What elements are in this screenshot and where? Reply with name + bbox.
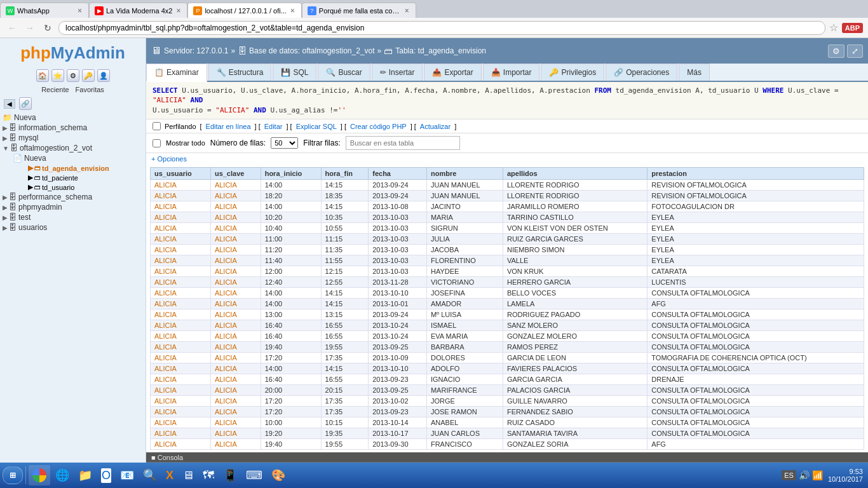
taskbar-app6[interactable]: 🔍: [139, 465, 161, 485]
pma-gear-button[interactable]: ⚙: [828, 44, 844, 58]
link-icon-btn[interactable]: 🔗: [19, 97, 32, 110]
crear-codigo-php-link[interactable]: Crear código PHP: [350, 123, 407, 130]
taskbar-ie[interactable]: 🌐: [51, 465, 73, 485]
network-icon[interactable]: 📶: [812, 470, 823, 480]
sidebar-item-performance-schema[interactable]: ▶ 🗄 performance_schema: [0, 192, 146, 202]
col-apellidos[interactable]: apellidos: [503, 168, 647, 180]
star-icon[interactable]: ☆: [829, 22, 838, 34]
sidebar-item-nueva[interactable]: 📁 Nueva: [0, 112, 146, 123]
editar-link[interactable]: Editar: [264, 123, 283, 130]
consola-bar[interactable]: ■ Consola: [146, 452, 868, 463]
start-button[interactable]: ⊞: [3, 466, 23, 484]
table-cell: JUAN CARLOS: [426, 428, 503, 439]
tab-localhost[interactable]: P localhost / 127.0.0.1 / ofi... ×: [187, 3, 301, 18]
tab-estructura[interactable]: 🔧 Estructura: [208, 64, 272, 81]
taskbar-app8[interactable]: 🖥: [179, 465, 198, 485]
col-fecha[interactable]: fecha: [369, 168, 427, 180]
col-us-usuario[interactable]: us_usuario: [151, 168, 211, 180]
tab-localhost-close[interactable]: ×: [289, 6, 296, 15]
profiling-checkbox[interactable]: [153, 122, 161, 130]
taskbar-app12[interactable]: 🎨: [268, 465, 289, 485]
volume-icon[interactable]: 🔊: [799, 470, 810, 480]
taskbar-xampp[interactable]: X: [162, 465, 177, 485]
favoritas-link[interactable]: Favoritas: [76, 86, 104, 93]
table-cell: JOSEFINA: [426, 288, 503, 299]
tab-porque[interactable]: ? Porqué me falla esta con... ×: [302, 3, 416, 18]
table-row: ALICIAALICIA11:0011:152013-10-03JULIARUI…: [151, 234, 864, 245]
table-cell: 11:55: [321, 255, 369, 266]
table-cell: ALICIA: [151, 407, 211, 417]
whatsapp-favicon: W: [6, 6, 15, 15]
refresh-button[interactable]: ↻: [41, 21, 55, 35]
url-input[interactable]: [58, 21, 825, 35]
db-icon: 🗄: [9, 123, 17, 132]
tab-sql[interactable]: 💾 SQL: [273, 64, 316, 81]
actualizar-link[interactable]: Actualizar: [420, 123, 451, 130]
sidebar-item-td-agenda-envision[interactable]: ▶ 🗃 td_agenda_envision: [10, 163, 146, 173]
tab-operaciones[interactable]: 🔗 Operaciones: [606, 64, 677, 81]
col-hora-fin[interactable]: hora_fin: [321, 168, 369, 180]
table-cell: CONSULTA OFTALMOLOGICA: [648, 396, 864, 407]
filter-input[interactable]: [346, 136, 460, 150]
tab-insertar[interactable]: ✏ Insertar: [372, 64, 423, 81]
table-cell: EYLEA: [648, 234, 864, 245]
sidebar-item-nueva-table[interactable]: 📄 Nueva: [10, 153, 146, 163]
sidebar-collapse-btn[interactable]: ◀: [4, 99, 15, 109]
col-us-clave[interactable]: us_clave: [210, 168, 261, 180]
forward-button[interactable]: →: [23, 21, 37, 35]
table-cell: BELLO VOCES: [503, 288, 647, 299]
sep1: »: [231, 46, 235, 55]
table-cell: 20:15: [321, 385, 369, 396]
taskbar-outlook[interactable]: O: [97, 465, 115, 485]
table-cell: CONSULTA OFTALMOLOGICA: [648, 385, 864, 396]
table-row: ALICIAALICIA19:4019:552013-09-25BARBARAR…: [151, 342, 864, 353]
table-cell: REVISION OFTALMOLOGICA: [648, 180, 864, 191]
opciones-link[interactable]: + Opciones: [151, 155, 187, 163]
tab-whatsapp-close[interactable]: ×: [76, 6, 83, 15]
sidebar-item-mysql[interactable]: ▶ 🗄 mysql: [0, 133, 146, 143]
back-button[interactable]: ←: [5, 21, 19, 35]
sidebar-item-usuarios[interactable]: ▶ 🗄 usuarios: [0, 222, 146, 233]
taskbar-app9[interactable]: 🗺: [199, 465, 218, 485]
table-cell: ALICIA: [151, 353, 211, 363]
tab-buscar[interactable]: 🔍 Buscar: [318, 64, 370, 81]
editar-linea-link[interactable]: Editar en línea: [206, 123, 251, 130]
taskbar-app10[interactable]: 📱: [219, 465, 241, 485]
taskbar-app5[interactable]: 📧: [116, 465, 138, 485]
db-icon: 🗄: [9, 223, 17, 232]
settings-icon-btn[interactable]: ⚙: [67, 69, 79, 82]
taskbar-chrome[interactable]: [29, 465, 50, 485]
sidebar-item-information_schema[interactable]: ▶ 🗄 information_schema: [0, 123, 146, 133]
tab-examinar[interactable]: 📋 Examinar: [146, 64, 207, 82]
tab-importar[interactable]: 📥 Importar: [483, 64, 540, 81]
taskbar-explorer[interactable]: 📁: [74, 465, 96, 485]
home-icon-btn[interactable]: 🏠: [36, 69, 49, 82]
col-nombre[interactable]: nombre: [426, 168, 503, 180]
tab-porque-close[interactable]: ×: [403, 6, 410, 15]
sidebar-item-phpmyadmin[interactable]: ▶ 🗄 phpmyadmin: [0, 202, 146, 212]
mostrar-todo-checkbox[interactable]: [153, 139, 161, 147]
tab-whatsapp[interactable]: W WhatsApp ×: [0, 3, 89, 18]
tab-lavida-close[interactable]: ×: [175, 6, 182, 15]
col-prestacion[interactable]: prestacion: [648, 168, 864, 180]
sidebar-item-test[interactable]: ▶ 🗄 test: [0, 212, 146, 222]
xampp-icon: X: [166, 469, 173, 482]
sidebar-item-td-usuario[interactable]: ▶ 🗃 td_usuario: [10, 182, 146, 192]
col-hora-inicio[interactable]: hora_inicio: [261, 168, 321, 180]
sidebar-item-td-paciente[interactable]: ▶ 🗃 td_paciente: [10, 173, 146, 182]
sidebar-item-oftalmogestion[interactable]: ▼ 🗄 oftalmogestion_2_vot: [0, 143, 146, 153]
taskbar-app11[interactable]: ⌨: [242, 465, 266, 485]
adblock-button[interactable]: ABP: [842, 23, 863, 33]
table-row: ALICIAALICIA19:2019:352013-10-17JUAN CAR…: [151, 428, 864, 439]
star-icon-btn[interactable]: ⭐: [51, 69, 64, 82]
tab-mas[interactable]: Más: [679, 64, 710, 81]
pma-expand-button[interactable]: ⤢: [847, 44, 863, 58]
tab-exportar[interactable]: 📤 Exportar: [424, 64, 481, 81]
user-icon-btn[interactable]: 👤: [97, 69, 110, 82]
reciente-link[interactable]: Reciente: [41, 86, 69, 93]
tab-lavida[interactable]: ▶ La Vida Moderna 4x2 ×: [89, 3, 187, 18]
explicar-sql-link[interactable]: Explicar SQL: [296, 123, 337, 130]
key-icon-btn[interactable]: 🔑: [82, 69, 95, 82]
tab-privilegios[interactable]: 🔑 Privilegios: [541, 64, 604, 81]
rows-select[interactable]: 50 25 100: [271, 137, 298, 149]
